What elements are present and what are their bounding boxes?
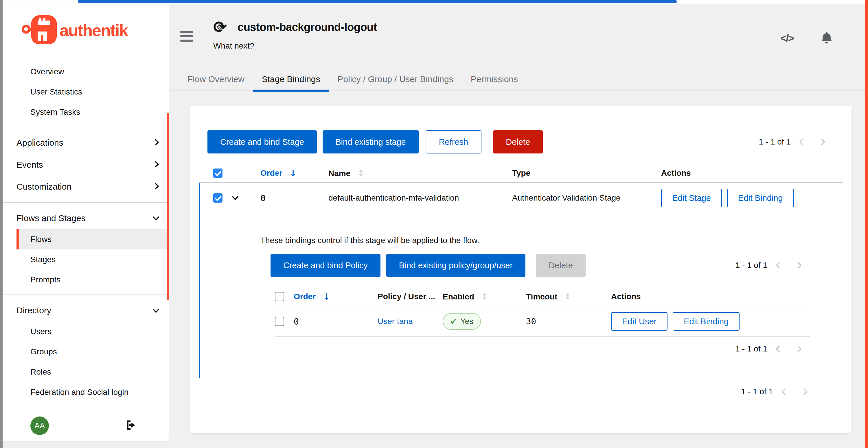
expand-toggle-icon[interactable] bbox=[232, 193, 239, 203]
cell-order: 0 bbox=[294, 316, 378, 326]
next-page-button[interactable] bbox=[795, 388, 816, 396]
header-actions: </> bbox=[781, 31, 834, 46]
sidebar-section-directory[interactable]: Directory bbox=[3, 300, 169, 321]
pagination-label: 1 - 1 of 1 bbox=[758, 137, 791, 146]
policy-user-link[interactable]: User tana bbox=[378, 317, 412, 326]
progress-bar bbox=[79, 0, 677, 3]
column-enabled[interactable]: Enabled↕ bbox=[443, 291, 526, 302]
window-right-accent-strip bbox=[865, 0, 868, 448]
cell-timeout: 30 bbox=[526, 316, 611, 326]
hamburger-menu-icon[interactable] bbox=[180, 31, 193, 44]
expanded-content: These bindings control if this stage wil… bbox=[200, 213, 843, 378]
table-header: Order ↓ Policy / User ... Enabled↕ bbox=[275, 287, 810, 306]
next-page-button[interactable] bbox=[789, 261, 810, 269]
tab-policy-group-user-bindings[interactable]: Policy / Group / User Bindings bbox=[329, 69, 462, 90]
prev-page-button[interactable] bbox=[791, 138, 812, 146]
next-page-button[interactable] bbox=[812, 138, 834, 146]
sidebar-item-user-statistics[interactable]: User Statistics bbox=[17, 82, 169, 102]
create-and-bind-stage-button[interactable]: Create and bind Stage bbox=[208, 130, 317, 153]
sort-desc-icon: ↓ bbox=[322, 291, 330, 302]
stage-bindings-panel: Create and bind Stage Bind existing stag… bbox=[189, 106, 851, 433]
column-order[interactable]: Order ↓ bbox=[294, 291, 378, 302]
authentik-logo-icon bbox=[22, 13, 58, 47]
edit-user-button[interactable]: Edit User bbox=[611, 312, 668, 331]
sidebar-scrollbar[interactable] bbox=[167, 113, 169, 300]
sidebar-section-events[interactable]: Events bbox=[3, 154, 169, 176]
column-order[interactable]: Order ↓ bbox=[260, 168, 329, 178]
main-content: ⟳ ⚙ custom-background-logout What next? … bbox=[169, 4, 865, 448]
pagination-top: 1 - 1 of 1 bbox=[758, 137, 834, 146]
select-all-checkbox[interactable] bbox=[275, 292, 284, 301]
sidebar-item-overview[interactable]: Overview bbox=[17, 62, 169, 82]
sign-out-icon[interactable] bbox=[125, 419, 137, 433]
bindings-description: These bindings control if this stage wil… bbox=[260, 236, 843, 245]
sidebar-section-flows-and-stages[interactable]: Flows and Stages bbox=[3, 207, 169, 229]
column-timeout[interactable]: Timeout↕ bbox=[526, 291, 611, 302]
api-code-icon[interactable]: </> bbox=[781, 32, 794, 44]
notification-bell-icon[interactable] bbox=[820, 31, 833, 46]
sidebar-item-flows[interactable]: Flows bbox=[17, 229, 169, 249]
sort-icon: ↕ bbox=[357, 168, 364, 178]
edit-binding-button[interactable]: Edit Binding bbox=[673, 312, 740, 331]
pagination-inner-bottom: 1 - 1 of 1 bbox=[735, 344, 810, 353]
page-subtitle: What next? bbox=[213, 41, 865, 50]
sort-icon: ↕ bbox=[481, 291, 488, 302]
delete-policy-button[interactable]: Delete bbox=[536, 254, 586, 277]
sort-icon: ↕ bbox=[564, 291, 571, 302]
sidebar-footer: AA bbox=[3, 416, 169, 435]
sidebar-item-users[interactable]: Users bbox=[17, 321, 169, 342]
sidebar-divider bbox=[3, 295, 169, 295]
create-and-bind-policy-button[interactable]: Create and bind Policy bbox=[271, 254, 380, 277]
bind-existing-policy-button[interactable]: Bind existing policy/group/user bbox=[386, 254, 525, 277]
table-row[interactable]: 0 User tana ✔ Yes 30 bbox=[275, 306, 810, 337]
chevron-down-icon bbox=[153, 306, 159, 315]
sidebar-item-groups[interactable]: Groups bbox=[17, 342, 169, 362]
edit-stage-button[interactable]: Edit Stage bbox=[661, 189, 722, 207]
delete-button[interactable]: Delete bbox=[493, 130, 543, 153]
tab-permissions[interactable]: Permissions bbox=[462, 69, 527, 90]
page-title: custom-background-logout bbox=[238, 21, 377, 34]
window-left-edge bbox=[0, 0, 3, 448]
brand-wordmark: authentik bbox=[60, 21, 128, 40]
prev-page-button[interactable] bbox=[767, 261, 789, 269]
sidebar-item-prompts[interactable]: Prompts bbox=[17, 270, 169, 290]
sidebar-section-applications[interactable]: Applications bbox=[3, 132, 169, 154]
column-actions: Actions bbox=[661, 169, 843, 178]
row-checkbox[interactable] bbox=[213, 193, 222, 203]
policy-bindings-table: Order ↓ Policy / User ... Enabled↕ bbox=[275, 287, 810, 337]
column-actions: Actions bbox=[611, 292, 810, 301]
cell-order: 0 bbox=[260, 193, 329, 203]
check-icon: ✔ bbox=[450, 317, 457, 326]
stage-bindings-table: Order ↓ Name↕ Type Actions bbox=[199, 164, 843, 396]
tab-bar: Flow Overview Stage Bindings Policy / Gr… bbox=[169, 69, 865, 91]
table-header: Order ↓ Name↕ Type Actions bbox=[199, 164, 843, 183]
pagination-inner-top: 1 - 1 of 1 bbox=[735, 261, 810, 270]
cell-name: default-authentication-mfa-validation bbox=[329, 193, 512, 203]
stage-toolbar: Create and bind Stage Bind existing stag… bbox=[189, 106, 851, 153]
tab-stage-bindings[interactable]: Stage Bindings bbox=[253, 69, 329, 90]
row-checkbox[interactable] bbox=[275, 317, 284, 326]
app-window: authentik Overview User Statistics Syste… bbox=[0, 0, 868, 448]
authentik-logo[interactable]: authentik bbox=[3, 4, 169, 56]
sidebar-section-customization[interactable]: Customization bbox=[3, 176, 169, 198]
select-all-checkbox[interactable] bbox=[213, 169, 222, 178]
sidebar-item-system-tasks[interactable]: System Tasks bbox=[17, 102, 169, 122]
refresh-button[interactable]: Refresh bbox=[426, 130, 482, 153]
chevron-right-icon bbox=[154, 160, 159, 170]
edit-binding-button[interactable]: Edit Binding bbox=[727, 189, 794, 207]
prev-page-button[interactable] bbox=[767, 345, 789, 353]
tab-flow-overview[interactable]: Flow Overview bbox=[179, 69, 253, 90]
sidebar-item-federation-social-login[interactable]: Federation and Social login bbox=[17, 382, 169, 402]
sort-desc-icon: ↓ bbox=[289, 168, 297, 178]
column-name[interactable]: Name↕ bbox=[329, 168, 512, 178]
next-page-button[interactable] bbox=[789, 345, 810, 353]
sidebar-item-stages[interactable]: Stages bbox=[17, 249, 169, 270]
bind-existing-stage-button[interactable]: Bind existing stage bbox=[322, 130, 418, 153]
prev-page-button[interactable] bbox=[773, 388, 795, 396]
table-row[interactable]: 0 default-authentication-mfa-validation … bbox=[200, 183, 843, 213]
sidebar: authentik Overview User Statistics Syste… bbox=[3, 4, 169, 441]
sidebar-item-roles[interactable]: Roles bbox=[17, 362, 169, 382]
sidebar-divider bbox=[3, 127, 169, 127]
avatar[interactable]: AA bbox=[30, 416, 49, 435]
flow-process-icon: ⟳ ⚙ bbox=[213, 19, 230, 36]
